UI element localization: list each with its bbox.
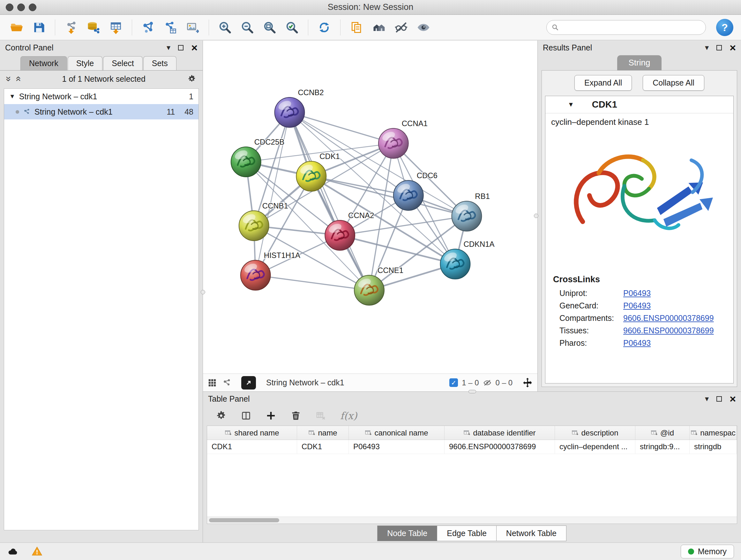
tab-style[interactable]: Style: [68, 56, 103, 70]
cell-id[interactable]: stringdb:9...: [635, 440, 690, 454]
maximize-panel-button[interactable]: [717, 45, 722, 51]
detach-view-button[interactable]: [241, 376, 256, 389]
column-header-description[interactable]: description: [555, 426, 635, 440]
table-row[interactable]: CDK1 CDK1 P06493 9606.ENSP00000378699 cy…: [207, 440, 737, 454]
network-canvas[interactable]: CCNB2CCNA1CDC25BCDK1CDC6RB1CCNB1CCNA2CDK…: [203, 41, 537, 374]
crosslink-uniprot[interactable]: P06493: [623, 289, 651, 298]
warning-icon[interactable]: [31, 546, 43, 557]
network-node-CDK1[interactable]: CDK1: [296, 152, 340, 191]
tab-select[interactable]: Select: [103, 56, 142, 70]
collapse-caret-icon[interactable]: ▼: [9, 93, 15, 100]
close-panel-button[interactable]: ×: [730, 42, 736, 53]
network-collection-row[interactable]: ▼ String Network – cdk1 1: [4, 89, 199, 104]
add-column-plus-icon[interactable]: [266, 410, 276, 421]
vertical-splitter-handle[interactable]: [201, 290, 205, 294]
horizontal-scrollbar[interactable]: [207, 516, 737, 523]
network-node-CCNB2[interactable]: CCNB2: [275, 88, 324, 127]
network-node-RB1[interactable]: RB1: [452, 192, 490, 231]
close-panel-button[interactable]: ×: [730, 393, 736, 404]
vertical-splitter-handle[interactable]: [534, 213, 538, 218]
export-image-button[interactable]: [184, 18, 202, 37]
network-node-HIST1H1A[interactable]: HIST1H1A: [241, 251, 300, 290]
maximize-panel-button[interactable]: [178, 45, 184, 51]
zoom-window-button[interactable]: [29, 3, 37, 11]
column-header-canonical-name[interactable]: canonical name: [349, 426, 445, 440]
network-from-selection-button[interactable]: [161, 18, 179, 37]
tab-node-table[interactable]: Node Table: [377, 525, 437, 541]
import-network-database-button[interactable]: [84, 18, 103, 37]
cell-shared-name[interactable]: CDK1: [207, 440, 297, 454]
crosslink-genecard[interactable]: P06493: [623, 301, 651, 310]
close-panel-button[interactable]: ×: [191, 42, 198, 53]
float-panel-button[interactable]: ▾: [705, 44, 709, 51]
cell-namespace[interactable]: stringdb: [690, 440, 737, 454]
collapse-caret-icon[interactable]: ▼: [568, 101, 574, 108]
apply-layout-button[interactable]: [315, 18, 333, 37]
crosslink-compartments[interactable]: 9606.ENSP00000378699: [623, 314, 714, 323]
delete-column-trash-icon[interactable]: [290, 410, 301, 421]
network-edge-CCNB2-CCNA1[interactable]: [289, 112, 393, 143]
cell-description[interactable]: cyclin–dependent ...: [555, 440, 635, 454]
show-columns-icon[interactable]: [241, 410, 252, 421]
network-edge-CCNE1-HIST1H1A[interactable]: [256, 275, 369, 290]
cell-database-identifier[interactable]: 9606.ENSP00000378699: [445, 440, 555, 454]
maximize-panel-button[interactable]: [717, 396, 722, 401]
network-node-CDKN1A[interactable]: CDKN1A: [441, 240, 495, 279]
cloud-status-icon[interactable]: [7, 546, 18, 557]
network-node-CCNB1[interactable]: CCNB1: [239, 201, 288, 241]
home-button[interactable]: [370, 18, 388, 37]
structure-image-toggle-button[interactable]: [414, 18, 432, 37]
minimize-window-button[interactable]: [17, 3, 25, 11]
column-header-namespace[interactable]: namespac: [690, 426, 737, 440]
hidden-items-eye-slash-icon[interactable]: [483, 378, 492, 387]
tab-edge-table[interactable]: Edge Table: [437, 525, 496, 541]
show-publications-button[interactable]: [347, 18, 365, 37]
crosslink-tissues[interactable]: 9606.ENSP00000378699: [623, 326, 714, 335]
cell-name[interactable]: CDK1: [297, 440, 349, 454]
memory-button[interactable]: Memory: [681, 545, 734, 558]
zoom-selected-button[interactable]: [283, 18, 301, 37]
help-button[interactable]: ?: [716, 19, 733, 36]
expand-all-networks-button[interactable]: »: [15, 76, 20, 82]
selected-items-checkbox[interactable]: ✓: [449, 378, 458, 387]
network-node-CDC25B[interactable]: CDC25B: [231, 138, 284, 177]
tab-sets[interactable]: Sets: [143, 56, 177, 70]
import-network-file-button[interactable]: [62, 18, 80, 37]
import-table-button[interactable]: [107, 18, 125, 37]
column-header-id[interactable]: @id: [635, 426, 690, 440]
column-header-shared-name[interactable]: shared name: [207, 426, 297, 440]
column-header-name[interactable]: name: [297, 426, 349, 440]
horizontal-splitter-handle[interactable]: [468, 390, 476, 393]
new-network-button[interactable]: [139, 18, 157, 37]
close-window-button[interactable]: [6, 3, 13, 11]
tab-network-table[interactable]: Network Table: [496, 525, 566, 541]
zoom-out-button[interactable]: [239, 18, 256, 37]
table-options-gear-icon[interactable]: [216, 410, 226, 421]
network-node-CCNE1[interactable]: CCNE1: [354, 266, 403, 305]
float-panel-button[interactable]: ▾: [166, 44, 171, 51]
search-input[interactable]: [562, 23, 701, 32]
float-panel-button[interactable]: ▾: [705, 395, 709, 402]
network-node-CCNA1[interactable]: CCNA1: [379, 119, 428, 159]
gene-card-header[interactable]: ▼ CDK1: [545, 96, 733, 113]
zoom-in-button[interactable]: [216, 18, 234, 37]
glass-ball-toggle-button[interactable]: [392, 18, 410, 37]
column-header-database-identifier[interactable]: database identifier: [445, 426, 555, 440]
open-session-button[interactable]: [8, 18, 25, 37]
cell-canonical-name[interactable]: P06493: [349, 440, 445, 454]
expand-all-button[interactable]: Expand All: [575, 75, 632, 91]
scrollbar-thumb[interactable]: [209, 518, 279, 522]
collapse-all-networks-button[interactable]: »: [6, 76, 12, 82]
grid-view-icon[interactable]: [207, 378, 217, 388]
crosslink-pharos[interactable]: P06493: [623, 338, 651, 348]
tab-network[interactable]: Network: [20, 56, 67, 70]
network-overview-icon[interactable]: [222, 378, 232, 388]
pan-crosshair-icon[interactable]: [522, 377, 533, 388]
network-edge-CCNB2-CCNE1[interactable]: [289, 112, 369, 290]
save-session-button[interactable]: [30, 18, 48, 37]
zoom-fit-button[interactable]: [261, 18, 279, 37]
tab-string[interactable]: String: [617, 55, 662, 70]
network-view[interactable]: CCNB2CCNA1CDC25BCDK1CDC6RB1CCNB1CCNA2CDK…: [203, 41, 537, 391]
network-row-selected[interactable]: String Network – cdk1 11 48: [4, 104, 199, 119]
network-options-gear-icon[interactable]: [187, 74, 196, 83]
